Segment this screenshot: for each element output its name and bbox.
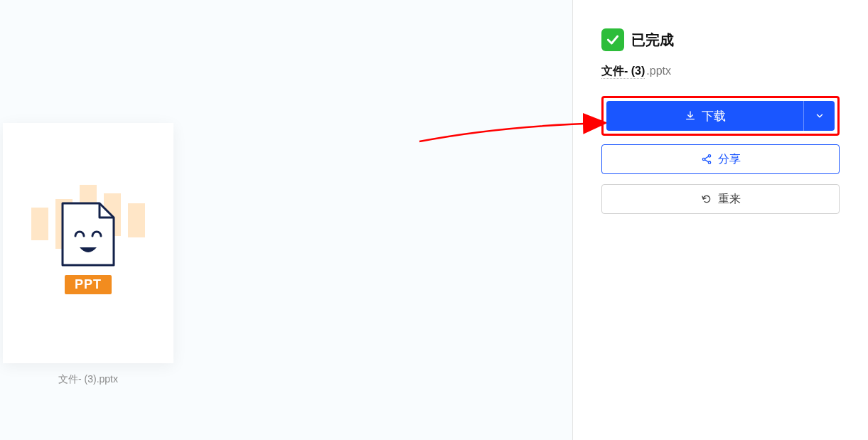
chevron-down-icon: [815, 111, 825, 121]
side-panel: 已完成 文件- (3).pptx 下载 分享: [572, 0, 868, 440]
ppt-badge: PPT: [65, 275, 112, 294]
file-illustration: PPT: [31, 179, 145, 307]
download-label: 下载: [702, 108, 726, 124]
share-icon: [701, 154, 712, 165]
document-smile-icon: [60, 200, 117, 268]
filename-ext: .pptx: [646, 65, 671, 77]
success-check-icon: [601, 28, 624, 51]
status-row: 已完成: [601, 28, 840, 51]
filename-base: 文件- (3): [601, 65, 645, 79]
status-text: 已完成: [631, 31, 674, 50]
retry-label: 重来: [718, 192, 741, 207]
share-label: 分享: [718, 152, 741, 167]
retry-icon: [701, 193, 712, 205]
download-button[interactable]: 下载: [606, 101, 803, 131]
retry-button[interactable]: 重来: [601, 184, 840, 214]
download-icon: [685, 110, 696, 122]
file-caption: 文件- (3).pptx: [3, 373, 173, 386]
share-button[interactable]: 分享: [601, 144, 840, 174]
app-root: PPT 文件- (3).pptx 已完成 文件- (3).pptx: [0, 0, 868, 440]
download-dropdown-button[interactable]: [803, 101, 835, 131]
file-card[interactable]: PPT: [3, 123, 173, 363]
preview-pane: PPT 文件- (3).pptx: [0, 0, 572, 440]
filename-row[interactable]: 文件- (3).pptx: [601, 64, 840, 79]
download-highlight-frame: 下载: [601, 96, 840, 136]
